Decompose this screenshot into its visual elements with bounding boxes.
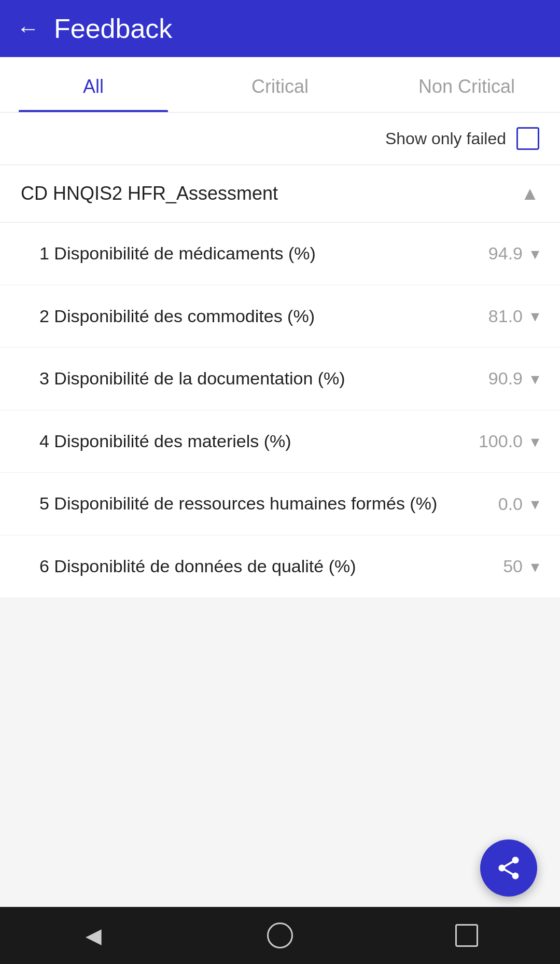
- item-expand-icon-3[interactable]: ▾: [531, 369, 539, 389]
- section-collapse-icon[interactable]: ▲: [521, 183, 539, 204]
- item-expand-icon-5[interactable]: ▾: [531, 494, 539, 514]
- item-value-3: 90.9: [476, 368, 523, 389]
- filter-row: Show only failed: [0, 113, 560, 165]
- item-value-1: 94.9: [476, 243, 523, 264]
- item-value-row-1: 94.9 ▾: [476, 243, 539, 264]
- nav-back-button[interactable]: ◀: [73, 915, 114, 956]
- android-nav-bar: ◀: [0, 907, 560, 964]
- item-value-row-3: 90.9 ▾: [476, 368, 539, 389]
- item-label-2: 2 Disponibilité des commodites (%): [39, 304, 476, 329]
- share-icon: [495, 855, 522, 882]
- tab-critical[interactable]: Critical: [187, 57, 373, 112]
- nav-home-button[interactable]: [259, 915, 301, 956]
- item-value-row-6: 50 ▾: [476, 556, 539, 576]
- list-item: 1 Disponibilité de médicaments (%) 94.9 …: [0, 223, 560, 285]
- main-content: Show only failed CD HNQIS2 HFR_Assessmen…: [0, 113, 560, 964]
- app-header: ← Feedback: [0, 0, 560, 57]
- section-header: CD HNQIS2 HFR_Assessment ▲: [0, 165, 560, 223]
- item-value-5: 0.0: [476, 494, 523, 514]
- recents-icon: [455, 924, 478, 947]
- section-title: CD HNQIS2 HFR_Assessment: [21, 183, 278, 204]
- item-label-6: 6 Disponiblité de données de qualité (%): [39, 554, 476, 579]
- item-label-1: 1 Disponibilité de médicaments (%): [39, 241, 476, 266]
- list-item: 2 Disponibilité des commodites (%) 81.0 …: [0, 285, 560, 348]
- back-icon[interactable]: ←: [17, 17, 39, 40]
- item-expand-icon-2[interactable]: ▾: [531, 306, 539, 326]
- item-value-6: 50: [476, 556, 523, 576]
- share-fab[interactable]: [480, 839, 537, 897]
- home-icon: [267, 922, 293, 948]
- item-expand-icon-6[interactable]: ▾: [531, 557, 539, 576]
- list-item: 5 Disponibilité de ressources humaines f…: [0, 473, 560, 535]
- item-label-5: 5 Disponibilité de ressources humaines f…: [39, 491, 476, 516]
- item-expand-icon-4[interactable]: ▾: [531, 432, 539, 451]
- list-item: 4 Disponibilité des materiels (%) 100.0 …: [0, 410, 560, 473]
- nav-recents-button[interactable]: [446, 915, 487, 956]
- filter-label: Show only failed: [385, 129, 506, 148]
- tab-all[interactable]: All: [0, 57, 187, 112]
- show-only-failed-checkbox[interactable]: [516, 127, 539, 150]
- tab-non-critical[interactable]: Non Critical: [373, 57, 560, 112]
- tab-bar: All Critical Non Critical: [0, 57, 560, 113]
- page-title: Feedback: [54, 13, 172, 44]
- list-item: 6 Disponiblité de données de qualité (%)…: [0, 535, 560, 598]
- item-value-row-5: 0.0 ▾: [476, 494, 539, 514]
- item-expand-icon-1[interactable]: ▾: [531, 244, 539, 264]
- list-item: 3 Disponibilité de la documentation (%) …: [0, 348, 560, 410]
- item-value-row-4: 100.0 ▾: [476, 431, 539, 451]
- item-value-2: 81.0: [476, 306, 523, 326]
- item-value-4: 100.0: [476, 431, 523, 451]
- item-label-4: 4 Disponibilité des materiels (%): [39, 429, 476, 454]
- item-value-row-2: 81.0 ▾: [476, 306, 539, 326]
- item-label-3: 3 Disponibilité de la documentation (%): [39, 366, 476, 391]
